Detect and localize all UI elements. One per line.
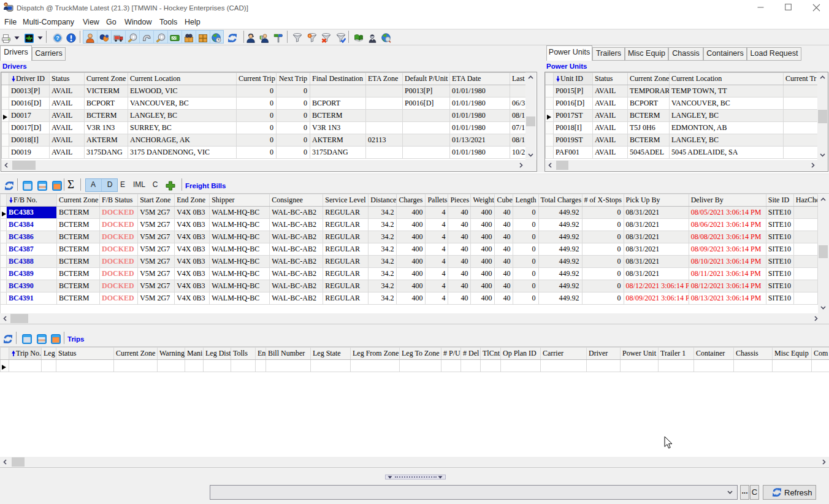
svg-text:?: ? [56,35,59,41]
